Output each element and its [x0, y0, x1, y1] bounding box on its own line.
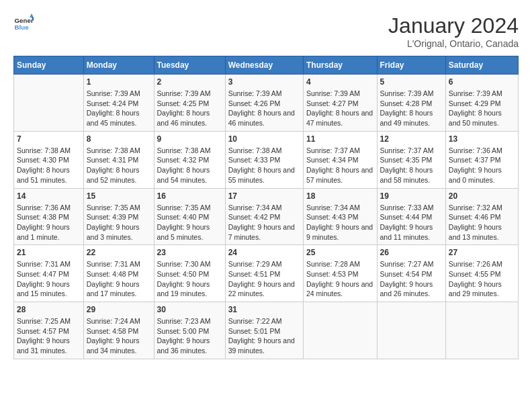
calendar-cell: 10Sunrise: 7:38 AMSunset: 4:33 PMDayligh… — [225, 131, 303, 188]
day-info: Sunrise: 7:34 AMSunset: 4:43 PMDaylight:… — [306, 203, 374, 242]
calendar-cell: 27Sunrise: 7:26 AMSunset: 4:55 PMDayligh… — [445, 245, 518, 302]
calendar-cell: 16Sunrise: 7:35 AMSunset: 4:40 PMDayligh… — [154, 188, 225, 245]
col-sunday: Sunday — [14, 56, 84, 75]
day-number: 14 — [17, 191, 81, 201]
calendar-body: 1Sunrise: 7:39 AMSunset: 4:24 PMDaylight… — [14, 75, 519, 359]
calendar-cell: 15Sunrise: 7:35 AMSunset: 4:39 PMDayligh… — [83, 188, 154, 245]
day-info: Sunrise: 7:36 AMSunset: 4:37 PMDaylight:… — [449, 146, 515, 185]
month-title: January 2024 — [388, 13, 519, 38]
day-info: Sunrise: 7:39 AMSunset: 4:28 PMDaylight:… — [380, 89, 443, 128]
day-info: Sunrise: 7:37 AMSunset: 4:34 PMDaylight:… — [306, 146, 374, 185]
day-number: 4 — [306, 77, 374, 87]
day-number: 7 — [17, 134, 81, 144]
day-number: 3 — [228, 77, 300, 87]
svg-marker-2 — [30, 13, 34, 17]
day-number: 30 — [157, 305, 222, 314]
calendar-cell: 20Sunrise: 7:32 AMSunset: 4:46 PMDayligh… — [445, 188, 518, 245]
day-number: 15 — [87, 191, 151, 201]
calendar-cell: 21Sunrise: 7:31 AMSunset: 4:47 PMDayligh… — [14, 245, 84, 302]
calendar-cell: 18Sunrise: 7:34 AMSunset: 4:43 PMDayligh… — [303, 188, 377, 245]
day-number: 9 — [157, 134, 222, 144]
svg-text:Blue: Blue — [15, 24, 30, 31]
day-info: Sunrise: 7:38 AMSunset: 4:32 PMDaylight:… — [157, 146, 222, 185]
day-number: 31 — [228, 305, 300, 314]
col-friday: Friday — [377, 56, 445, 75]
calendar-cell: 25Sunrise: 7:28 AMSunset: 4:53 PMDayligh… — [303, 245, 377, 302]
calendar-cell: 8Sunrise: 7:38 AMSunset: 4:31 PMDaylight… — [83, 131, 154, 188]
day-number: 5 — [380, 77, 443, 87]
day-number: 16 — [157, 191, 222, 201]
day-number: 21 — [17, 248, 81, 257]
calendar-cell: 13Sunrise: 7:36 AMSunset: 4:37 PMDayligh… — [445, 131, 518, 188]
day-number: 28 — [17, 305, 81, 314]
day-info: Sunrise: 7:25 AMSunset: 4:57 PMDaylight:… — [17, 316, 81, 356]
day-info: Sunrise: 7:35 AMSunset: 4:39 PMDaylight:… — [87, 203, 151, 242]
col-tuesday: Tuesday — [154, 56, 225, 75]
calendar-cell: 30Sunrise: 7:23 AMSunset: 5:00 PMDayligh… — [154, 302, 225, 359]
day-info: Sunrise: 7:28 AMSunset: 4:53 PMDaylight:… — [306, 259, 374, 299]
calendar-cell: 1Sunrise: 7:39 AMSunset: 4:24 PMDaylight… — [83, 75, 154, 132]
day-info: Sunrise: 7:29 AMSunset: 4:51 PMDaylight:… — [228, 259, 300, 299]
day-number: 12 — [380, 134, 443, 144]
calendar-cell: 26Sunrise: 7:27 AMSunset: 4:54 PMDayligh… — [377, 245, 445, 302]
location-title: L'Orignal, Ontario, Canada — [388, 38, 519, 49]
calendar-cell: 23Sunrise: 7:30 AMSunset: 4:50 PMDayligh… — [154, 245, 225, 302]
day-info: Sunrise: 7:26 AMSunset: 4:55 PMDaylight:… — [449, 259, 515, 299]
calendar-cell: 2Sunrise: 7:39 AMSunset: 4:25 PMDaylight… — [154, 75, 225, 132]
day-info: Sunrise: 7:27 AMSunset: 4:54 PMDaylight:… — [380, 259, 443, 299]
day-number: 1 — [87, 77, 151, 87]
day-number: 11 — [306, 134, 374, 144]
day-number: 2 — [157, 77, 222, 87]
day-number: 10 — [228, 134, 300, 144]
calendar-cell: 17Sunrise: 7:34 AMSunset: 4:42 PMDayligh… — [225, 188, 303, 245]
logo: General Blue — [13, 13, 34, 34]
calendar-cell — [377, 302, 445, 359]
day-info: Sunrise: 7:31 AMSunset: 4:47 PMDaylight:… — [17, 259, 81, 299]
calendar-cell: 19Sunrise: 7:33 AMSunset: 4:44 PMDayligh… — [377, 188, 445, 245]
calendar-cell: 3Sunrise: 7:39 AMSunset: 4:26 PMDaylight… — [225, 75, 303, 132]
header-row: Sunday Monday Tuesday Wednesday Thursday… — [14, 56, 519, 75]
day-info: Sunrise: 7:23 AMSunset: 5:00 PMDaylight:… — [157, 316, 222, 356]
logo-icon: General Blue — [13, 13, 34, 34]
day-info: Sunrise: 7:36 AMSunset: 4:38 PMDaylight:… — [17, 203, 81, 242]
day-number: 23 — [157, 248, 222, 257]
day-info: Sunrise: 7:24 AMSunset: 4:58 PMDaylight:… — [87, 316, 151, 356]
day-number: 19 — [380, 191, 443, 201]
calendar-cell: 11Sunrise: 7:37 AMSunset: 4:34 PMDayligh… — [303, 131, 377, 188]
calendar-cell — [14, 75, 84, 132]
day-number: 17 — [228, 191, 300, 201]
svg-text:General: General — [15, 17, 34, 24]
day-number: 24 — [228, 248, 300, 257]
day-number: 25 — [306, 248, 374, 257]
day-info: Sunrise: 7:34 AMSunset: 4:42 PMDaylight:… — [228, 203, 300, 242]
day-number: 26 — [380, 248, 443, 257]
calendar-cell: 29Sunrise: 7:24 AMSunset: 4:58 PMDayligh… — [83, 302, 154, 359]
calendar-cell: 28Sunrise: 7:25 AMSunset: 4:57 PMDayligh… — [14, 302, 84, 359]
day-number: 27 — [449, 248, 515, 257]
calendar-week-5: 28Sunrise: 7:25 AMSunset: 4:57 PMDayligh… — [14, 302, 519, 359]
day-number: 29 — [87, 305, 151, 314]
day-info: Sunrise: 7:38 AMSunset: 4:31 PMDaylight:… — [87, 146, 151, 185]
calendar-table: Sunday Monday Tuesday Wednesday Thursday… — [13, 56, 519, 359]
day-info: Sunrise: 7:35 AMSunset: 4:40 PMDaylight:… — [157, 203, 222, 242]
day-number: 8 — [87, 134, 151, 144]
calendar-header: Sunday Monday Tuesday Wednesday Thursday… — [14, 56, 519, 75]
calendar-cell: 12Sunrise: 7:37 AMSunset: 4:35 PMDayligh… — [377, 131, 445, 188]
day-number: 6 — [449, 77, 515, 87]
calendar-cell — [303, 302, 377, 359]
day-number: 20 — [449, 191, 515, 201]
col-monday: Monday — [83, 56, 154, 75]
calendar-cell: 5Sunrise: 7:39 AMSunset: 4:28 PMDaylight… — [377, 75, 445, 132]
day-info: Sunrise: 7:32 AMSunset: 4:46 PMDaylight:… — [449, 203, 515, 242]
day-info: Sunrise: 7:37 AMSunset: 4:35 PMDaylight:… — [380, 146, 443, 185]
day-info: Sunrise: 7:31 AMSunset: 4:48 PMDaylight:… — [87, 259, 151, 299]
calendar-week-2: 7Sunrise: 7:38 AMSunset: 4:30 PMDaylight… — [14, 131, 519, 188]
day-info: Sunrise: 7:38 AMSunset: 4:30 PMDaylight:… — [17, 146, 81, 185]
calendar-week-3: 14Sunrise: 7:36 AMSunset: 4:38 PMDayligh… — [14, 188, 519, 245]
calendar-cell: 6Sunrise: 7:39 AMSunset: 4:29 PMDaylight… — [445, 75, 518, 132]
title-area: January 2024 L'Orignal, Ontario, Canada — [388, 13, 519, 49]
calendar-week-1: 1Sunrise: 7:39 AMSunset: 4:24 PMDaylight… — [14, 75, 519, 132]
col-thursday: Thursday — [303, 56, 377, 75]
day-info: Sunrise: 7:39 AMSunset: 4:25 PMDaylight:… — [157, 89, 222, 128]
day-number: 13 — [449, 134, 515, 144]
